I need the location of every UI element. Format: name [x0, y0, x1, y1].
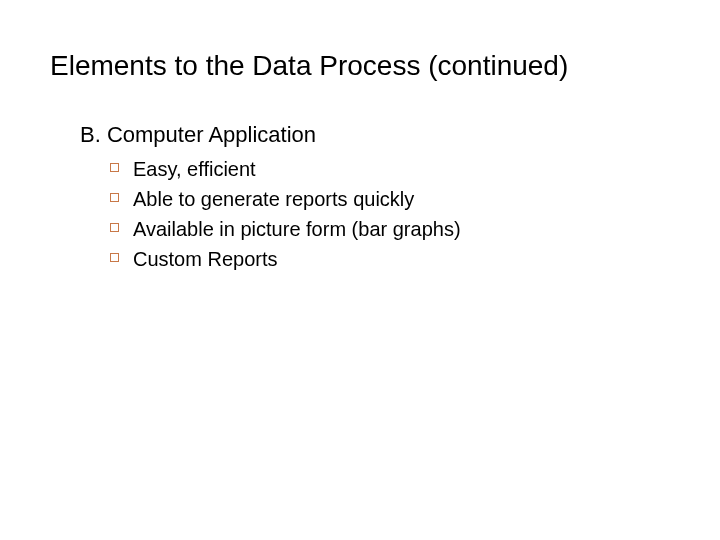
square-bullet-icon [110, 193, 119, 202]
bullet-text: Available in picture form (bar graphs) [133, 216, 461, 242]
list-item: Available in picture form (bar graphs) [110, 216, 670, 242]
slide-title: Elements to the Data Process (continued) [50, 50, 670, 82]
square-bullet-icon [110, 253, 119, 262]
bullet-text: Able to generate reports quickly [133, 186, 414, 212]
list-item: Able to generate reports quickly [110, 186, 670, 212]
square-bullet-icon [110, 223, 119, 232]
list-item: Custom Reports [110, 246, 670, 272]
bullet-list: Easy, efficient Able to generate reports… [110, 156, 670, 272]
list-item: Easy, efficient [110, 156, 670, 182]
square-bullet-icon [110, 163, 119, 172]
bullet-text: Easy, efficient [133, 156, 256, 182]
bullet-text: Custom Reports [133, 246, 278, 272]
section-heading: B. Computer Application [80, 122, 670, 148]
